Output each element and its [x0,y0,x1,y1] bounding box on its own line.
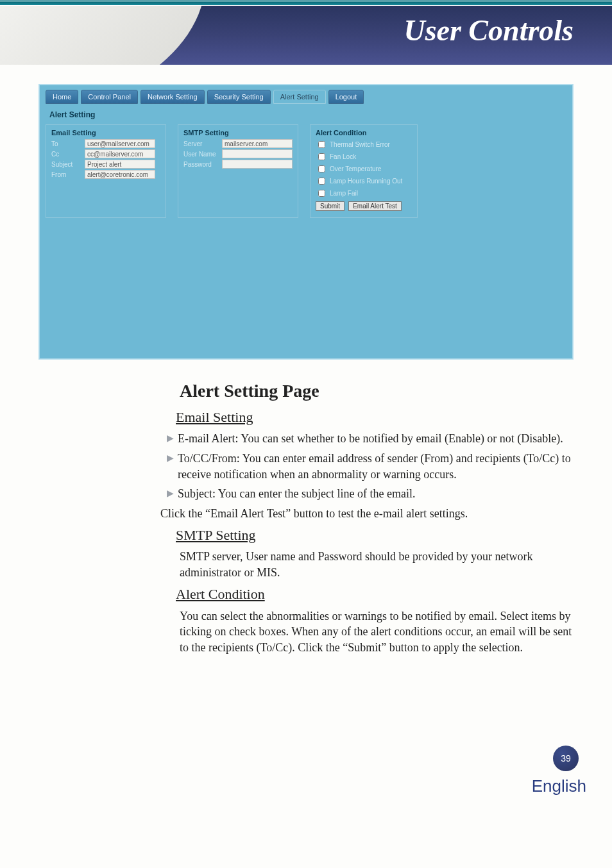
bullet-text: E-mail Alert: You can set whether to be … [178,431,574,447]
email-alert-test-button[interactable]: Email Alert Test [348,201,402,211]
language-label: English [532,776,586,796]
heading-email-setting: Email Setting [176,408,574,427]
page-title: User Controls [404,13,574,47]
username-input[interactable] [222,149,293,158]
server-input[interactable] [222,139,293,148]
chk-overtemp[interactable] [318,165,325,172]
heading-alert-condition: Alert Condition [176,585,574,604]
to-input[interactable] [85,139,155,148]
email-setting-panel: Email Setting To Cc Subject From [46,124,166,218]
heading-alert-setting-page: Alert Setting Page [180,379,574,404]
to-label: To [51,140,82,147]
alert-condition-panel: Alert Condition Thermal Switch Error Fan… [310,124,418,218]
body-content: Alert Setting Page Email Setting ▶ E-mai… [160,379,574,656]
server-label: Server [183,140,219,147]
bullet-text: To/CC/From: You can enter email address … [178,451,574,483]
cc-label: Cc [51,151,82,158]
cc-input[interactable] [85,149,155,158]
tab-control-panel[interactable]: Control Panel [81,90,138,104]
tab-network-setting[interactable]: Network Setting [140,90,205,104]
submit-button[interactable]: Submit [316,201,344,211]
paragraph-email-test: Click the “Email Alert Test” button to t… [160,506,574,522]
section-title: Alert Setting [49,110,566,119]
bullet-email-alert: ▶ E-mail Alert: You can set whether to b… [167,431,574,447]
bullet-subject: ▶ Subject: You can enter the subject lin… [167,486,574,502]
alert-condition-title: Alert Condition [316,129,412,137]
bullet-arrow-icon: ▶ [167,431,174,447]
bullet-arrow-icon: ▶ [167,486,174,502]
top-accent-bar [0,0,612,5]
chk-lamphours[interactable] [318,178,325,185]
chk-lampfail-label: Lamp Fail [330,190,358,197]
chk-thermal-label: Thermal Switch Error [330,141,390,148]
tab-security-setting[interactable]: Security Setting [207,90,271,104]
screenshot-panel: Home Control Panel Network Setting Secur… [38,84,574,360]
tab-alert-setting[interactable]: Alert Setting [273,90,326,104]
subject-label: Subject [51,161,82,168]
panels-row: Email Setting To Cc Subject From SMTP Se… [46,124,566,218]
username-label: User Name [183,151,219,158]
header-curve [0,5,205,65]
chk-overtemp-label: Over Temperature [330,165,381,172]
bullet-to-cc-from: ▶ To/CC/From: You can enter email addres… [167,451,574,483]
chk-lamphours-label: Lamp Hours Running Out [330,178,402,185]
smtp-setting-panel: SMTP Setting Server User Name Password [178,124,298,218]
chk-lampfail[interactable] [318,190,325,197]
subject-input[interactable] [85,160,155,169]
from-label: From [51,171,82,178]
bullet-arrow-icon: ▶ [167,451,174,483]
chk-fanlock-label: Fan Lock [330,153,356,160]
email-setting-title: Email Setting [51,129,160,137]
header-band: User Controls [0,5,612,65]
smtp-setting-title: SMTP Setting [183,129,293,137]
heading-smtp-setting: SMTP Setting [176,526,574,545]
tab-bar: Home Control Panel Network Setting Secur… [46,90,566,104]
tab-logout[interactable]: Logout [328,90,364,104]
password-label: Password [183,161,219,168]
footer: 39 English [0,746,612,822]
password-input[interactable] [222,160,293,169]
bullet-text: Subject: You can enter the subject line … [178,486,574,502]
tab-home[interactable]: Home [46,90,78,104]
page-number-badge: 39 [553,746,579,771]
chk-thermal[interactable] [318,141,325,148]
paragraph-smtp: SMTP server, User name and Password shou… [180,549,574,581]
chk-fanlock[interactable] [318,153,325,160]
paragraph-alert-condition: You can select the abnormalities or warn… [180,608,574,656]
from-input[interactable] [85,170,155,179]
